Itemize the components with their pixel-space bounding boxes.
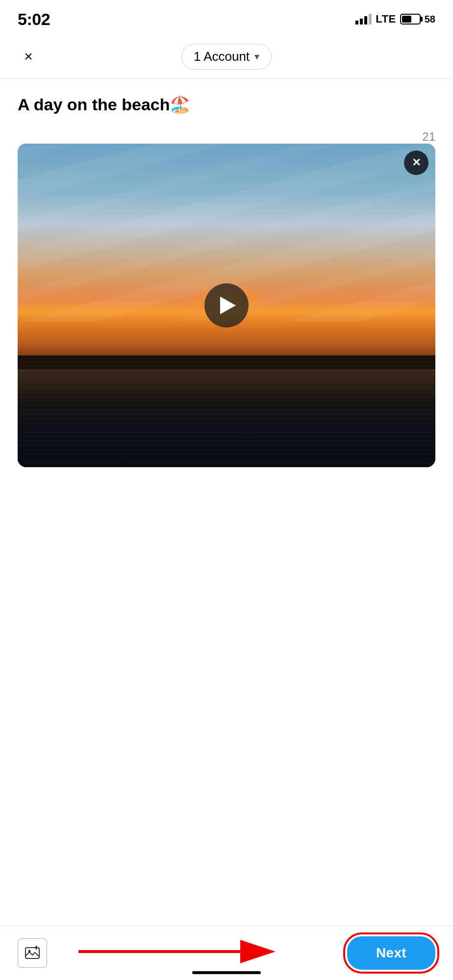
status-bar: 5:02 LTE 58 [0,0,453,34]
content-area: A day on the beach🏖️ [0,79,453,125]
battery-percentage: 58 [425,14,435,25]
video-container[interactable]: ✕ [18,144,435,467]
post-title[interactable]: A day on the beach🏖️ [18,94,435,115]
signal-bars-icon [355,14,372,25]
signal-bar-1 [355,21,358,25]
next-button-wrapper: Next [347,936,435,970]
signal-bar-2 [360,19,363,25]
battery-fill [402,16,412,23]
chevron-down-icon: ▾ [254,50,259,62]
lte-label: LTE [376,13,396,25]
account-selector[interactable]: 1 Account ▾ [181,44,272,70]
water-overlay [18,359,435,467]
video-close-icon: ✕ [412,157,421,168]
media-add-icon [25,945,40,961]
media-add-button[interactable] [18,938,47,968]
nav-bar: × 1 Account ▾ [0,34,453,78]
video-close-button[interactable]: ✕ [404,151,428,175]
battery-icon: 58 [400,14,435,25]
status-time: 5:02 [18,10,50,29]
account-selector-text: 1 Account [194,49,250,64]
char-count: 21 [422,130,435,144]
play-icon [220,297,236,314]
video-thumbnail [18,144,435,467]
close-icon: × [24,49,33,64]
status-icons: LTE 58 [355,13,435,25]
char-count-area: 21 [0,130,453,144]
next-button[interactable]: Next [347,936,435,970]
close-button[interactable]: × [18,46,39,67]
home-indicator [192,971,261,974]
play-button[interactable] [204,283,249,327]
svg-rect-0 [25,948,39,958]
arrow-annotation [74,937,289,966]
signal-bar-4 [369,14,372,25]
signal-bar-3 [364,16,367,25]
